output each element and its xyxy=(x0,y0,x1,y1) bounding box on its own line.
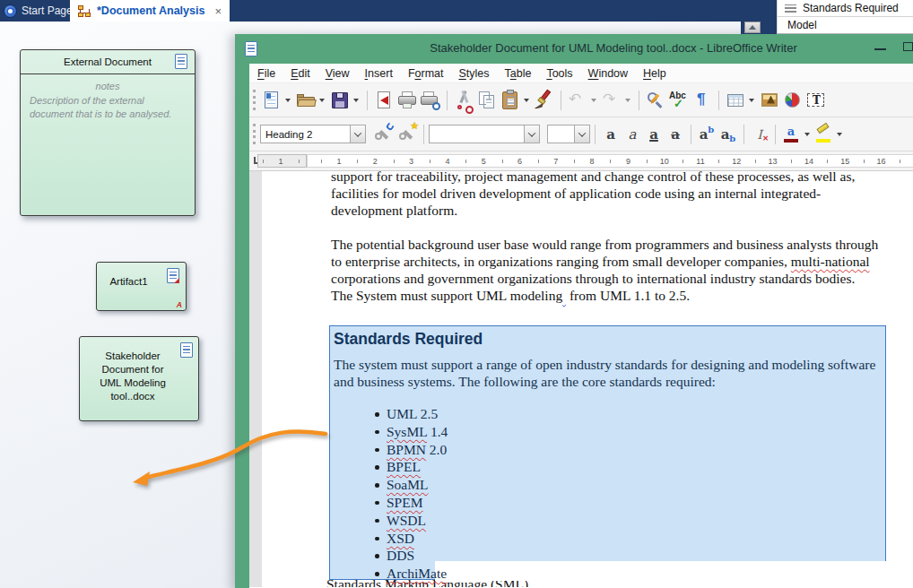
menu-window[interactable]: Window xyxy=(588,67,628,80)
external-document-node[interactable]: External Document notes Description of t… xyxy=(20,49,196,216)
bold-button[interactable] xyxy=(600,123,622,145)
copy-button[interactable] xyxy=(475,87,499,114)
combo-arrow-icon[interactable] xyxy=(350,125,365,143)
font-color-button[interactable] xyxy=(780,123,802,145)
menu-styles[interactable]: Styles xyxy=(458,67,489,80)
import-connector-arrow[interactable] xyxy=(126,419,341,493)
toolbar-separator xyxy=(595,125,596,144)
print-button[interactable] xyxy=(396,87,419,114)
ruler-number: 1 xyxy=(336,157,341,166)
standards-list-item: SysML 1.4 xyxy=(330,423,885,441)
dropdown-arrow-icon[interactable] xyxy=(804,133,810,136)
ruler-tick xyxy=(718,160,719,163)
strikethrough-button[interactable] xyxy=(665,123,686,145)
stakeholder-document-node[interactable]: Stakeholder Document for UML Modeling to… xyxy=(79,336,199,421)
menu-help[interactable]: Help xyxy=(643,67,666,80)
standards-list-item: DDS xyxy=(330,547,885,565)
standards-required-block[interactable]: Standards Required The system must suppo… xyxy=(329,325,886,580)
main-toolbar xyxy=(249,83,913,117)
document-page[interactable]: support for traceability, project manage… xyxy=(262,171,913,587)
document-area: support for traceability, project manage… xyxy=(249,171,913,587)
clone-formatting-button[interactable] xyxy=(533,87,556,114)
ruler-tick xyxy=(394,160,395,163)
ruler-tick xyxy=(465,160,466,163)
update-style-button[interactable] xyxy=(371,123,394,145)
cut-button[interactable] xyxy=(452,87,475,114)
menu-file[interactable]: File xyxy=(257,67,275,80)
maximize-button[interactable] xyxy=(903,42,913,51)
writer-title: Stakeholder Document for UML Modeling to… xyxy=(343,41,884,55)
insert-textbox-button[interactable] xyxy=(804,87,828,114)
menu-insert[interactable]: Insert xyxy=(365,67,393,80)
font-name-combo[interactable] xyxy=(429,125,540,143)
ruler-tick xyxy=(357,160,358,163)
text-line: development platform. xyxy=(331,202,912,219)
cut-icon xyxy=(453,90,474,111)
subscript-button[interactable] xyxy=(717,123,739,145)
close-icon[interactable]: × xyxy=(214,4,222,18)
panel-row-model[interactable]: Model xyxy=(778,17,913,33)
undo-icon xyxy=(567,90,588,111)
dropdown-arrow-icon[interactable] xyxy=(353,99,359,102)
export-pdf-button[interactable] xyxy=(372,87,396,114)
panel-row-standards-required[interactable]: Standards Required xyxy=(778,0,913,17)
dropdown-arrow-icon[interactable] xyxy=(837,133,842,136)
notes-text: Description of the external document tha… xyxy=(21,94,195,121)
insert-table-button[interactable] xyxy=(724,87,758,114)
external-document-header: External Document xyxy=(21,50,195,74)
formatting-marks-button[interactable] xyxy=(691,87,714,114)
dropdown-arrow-icon[interactable] xyxy=(524,99,529,102)
standards-list-item: XSD xyxy=(330,530,885,548)
horizontal-ruler[interactable]: 11234567891011121314151617 xyxy=(249,151,913,171)
menu-table[interactable]: Table xyxy=(505,67,532,80)
print-preview-button[interactable] xyxy=(419,87,442,114)
artifact-node[interactable]: Artifact1 A xyxy=(96,262,187,311)
minimize-button[interactable] xyxy=(874,48,886,50)
toolbar-separator xyxy=(423,125,424,144)
underline-button[interactable] xyxy=(643,123,665,145)
hamburger-icon xyxy=(785,4,796,13)
ruler-tick xyxy=(791,160,792,163)
new-document-button[interactable] xyxy=(260,87,294,114)
save-icon xyxy=(329,90,351,111)
insert-table-icon xyxy=(725,90,746,111)
combo-arrow-icon[interactable] xyxy=(574,125,589,143)
tab-start-page-label: Start Page xyxy=(22,4,73,17)
superscript-button[interactable] xyxy=(696,123,717,145)
menu-view[interactable]: View xyxy=(326,67,350,80)
dropdown-arrow-icon[interactable] xyxy=(749,99,754,102)
ruler-tick xyxy=(502,160,503,163)
save-button[interactable] xyxy=(328,87,362,114)
clear-formatting-button[interactable] xyxy=(749,123,770,145)
dropdown-arrow-icon[interactable] xyxy=(285,99,291,102)
paste-button[interactable] xyxy=(499,87,533,114)
ruler-number: 10 xyxy=(660,157,669,166)
document-icon xyxy=(175,54,187,69)
dropdown-arrow-icon[interactable] xyxy=(319,99,325,102)
highlight-color-button[interactable] xyxy=(813,123,834,145)
scroll-up-button[interactable] xyxy=(744,22,761,33)
menu-tools[interactable]: Tools xyxy=(546,67,572,80)
insert-image-button[interactable] xyxy=(758,87,781,114)
ruler-number: 1 xyxy=(278,157,283,166)
menu-edit[interactable]: Edit xyxy=(291,67,310,80)
text-line: and business systems. The following are … xyxy=(334,373,875,390)
dropdown-arrow-icon[interactable] xyxy=(625,99,630,102)
insert-chart-button[interactable] xyxy=(781,87,804,114)
tab-document-analysis[interactable]: *Document Analysis × xyxy=(70,0,230,22)
menu-format[interactable]: Format xyxy=(408,67,444,80)
ruler-number: 9 xyxy=(626,157,630,166)
ruler-number: 5 xyxy=(482,157,486,166)
open-button[interactable] xyxy=(294,87,328,114)
font-size-combo[interactable] xyxy=(547,125,590,143)
ruler-tick xyxy=(827,160,828,163)
combo-arrow-icon[interactable] xyxy=(524,125,539,143)
italic-button[interactable] xyxy=(622,123,643,145)
spelling-button[interactable] xyxy=(667,87,691,114)
new-style-button[interactable] xyxy=(396,123,418,145)
find-replace-button[interactable] xyxy=(644,87,667,114)
toolbar-separator xyxy=(639,91,639,110)
writer-titlebar[interactable]: Stakeholder Document for UML Modeling to… xyxy=(235,34,913,64)
paragraph-style-combo[interactable]: Heading 2 xyxy=(260,125,366,143)
dropdown-arrow-icon[interactable] xyxy=(591,99,596,102)
